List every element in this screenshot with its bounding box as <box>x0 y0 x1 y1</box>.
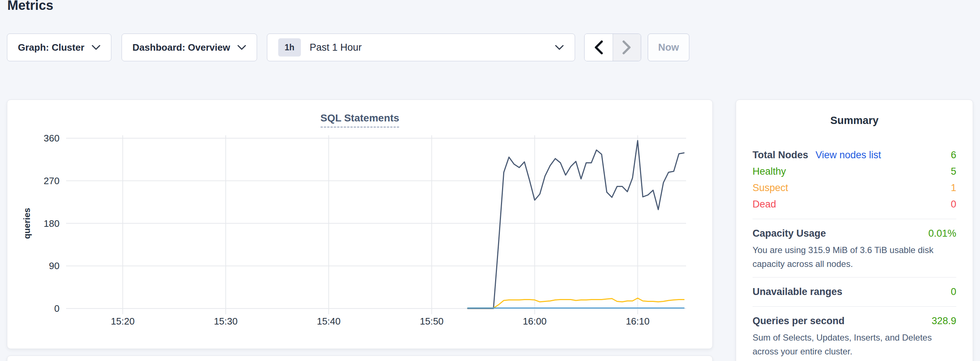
dashboard-dropdown[interactable]: Dashboard: Overview <box>122 33 257 61</box>
queries-per-second-description: Sum of Selects, Updates, Inserts, and De… <box>752 331 956 358</box>
suspect-value: 1 <box>951 182 956 194</box>
x-tick-label: 15:40 <box>317 316 340 327</box>
chevron-down-icon <box>237 45 246 50</box>
divider <box>752 306 956 307</box>
sql-statements-chart[interactable]: 15:2015:3015:4015:5016:0016:100901802703… <box>7 100 712 348</box>
divider <box>752 219 956 219</box>
chevron-left-icon <box>594 40 603 55</box>
summary-panel: Summary Total Nodes View nodes list 6 He… <box>736 100 973 361</box>
unavailable-ranges-label: Unavailable ranges <box>752 286 842 298</box>
dead-nodes-row: Dead 0 <box>752 196 956 212</box>
graph-dropdown[interactable]: Graph: Cluster <box>7 33 111 61</box>
total-nodes-value: 6 <box>951 149 956 161</box>
y-tick-label: 270 <box>44 176 59 186</box>
y-tick-label: 0 <box>54 303 59 314</box>
capacity-usage-description: You are using 315.9 MiB of 3.6 TiB usabl… <box>752 243 956 271</box>
capacity-usage-row: Capacity Usage 0.01% <box>752 225 956 242</box>
sql-statements-chart-card: SQL Statements 15:2015:3015:4015:5016:00… <box>7 100 713 349</box>
page-title: Metrics <box>7 0 53 13</box>
time-forward-button[interactable] <box>612 34 641 61</box>
series-line-yellow <box>468 298 684 308</box>
x-tick-label: 16:00 <box>523 316 547 327</box>
y-axis-label: queries <box>22 208 32 239</box>
y-tick-label: 360 <box>44 133 59 144</box>
suspect-label: Suspect <box>752 182 788 194</box>
x-tick-label: 15:30 <box>214 316 238 327</box>
now-button[interactable]: Now <box>648 33 689 61</box>
time-window-label: Past 1 Hour <box>310 42 362 53</box>
queries-per-second-row: Queries per second 328.9 <box>752 313 956 329</box>
healthy-nodes-row: Healthy 5 <box>752 163 956 180</box>
nodes-summary: Total Nodes View nodes list 6 Healthy 5 … <box>752 147 956 212</box>
unavailable-ranges-value: 0 <box>951 286 956 298</box>
total-nodes-row: Total Nodes View nodes list 6 <box>752 147 956 163</box>
dashboard-dropdown-label: Dashboard: Overview <box>132 42 230 53</box>
chevron-down-icon <box>555 45 564 50</box>
chevron-right-icon <box>622 40 632 55</box>
time-nav-button-group <box>584 33 641 61</box>
total-nodes-label: Total Nodes <box>752 149 808 161</box>
suspect-nodes-row: Suspect 1 <box>752 180 956 196</box>
graph-dropdown-label: Graph: Cluster <box>18 42 84 53</box>
next-chart-card <box>7 356 713 361</box>
healthy-value: 5 <box>951 166 956 177</box>
capacity-usage-value: 0.01% <box>928 228 956 239</box>
chart-title-wrap: SQL Statements <box>7 112 712 128</box>
time-window-badge: 1h <box>278 38 301 57</box>
y-tick-label: 90 <box>49 260 59 271</box>
y-tick-label: 180 <box>44 218 59 229</box>
chevron-down-icon <box>92 45 100 50</box>
x-tick-label: 15:20 <box>111 316 135 327</box>
chart-title[interactable]: SQL Statements <box>321 112 399 128</box>
view-nodes-list-link[interactable]: View nodes list <box>816 149 881 161</box>
time-back-button[interactable] <box>585 34 612 61</box>
capacity-usage-label: Capacity Usage <box>752 228 826 239</box>
queries-per-second-value: 328.9 <box>931 315 956 327</box>
divider <box>752 277 956 277</box>
dead-value: 0 <box>951 199 956 210</box>
unavailable-ranges-row: Unavailable ranges 0 <box>752 284 956 300</box>
dead-label: Dead <box>752 199 776 210</box>
time-window-selector[interactable]: 1h Past 1 Hour <box>267 33 575 61</box>
x-tick-label: 16:10 <box>626 316 649 327</box>
queries-per-second-label: Queries per second <box>752 315 845 327</box>
summary-title: Summary <box>752 114 956 127</box>
healthy-label: Healthy <box>752 166 786 177</box>
x-tick-label: 15:50 <box>420 316 444 327</box>
series-line-dark-slate <box>468 141 684 309</box>
